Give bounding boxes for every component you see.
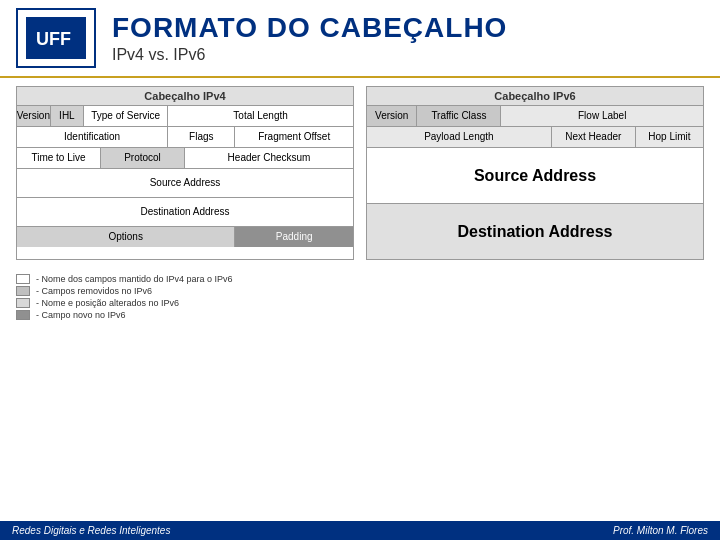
legend-item-3: - Nome e posição alterados no IPv6 xyxy=(16,298,704,308)
legend-box-2 xyxy=(16,286,30,296)
legend-text-1: - Nome dos campos mantido do IPv4 para o… xyxy=(36,274,233,284)
ipv6-version: Version xyxy=(367,106,417,126)
ipv6-row-1: Version Traffic Class Flow Label xyxy=(367,106,703,127)
legend-text-4: - Campo novo no IPv6 xyxy=(36,310,126,320)
ipv4-row-1: Version IHL Type of Service Total Length xyxy=(17,106,353,127)
legend-text-3: - Nome e posição alterados no IPv6 xyxy=(36,298,179,308)
ipv6-panel-title: Cabeçalho IPv6 xyxy=(367,87,703,106)
legend: - Nome dos campos mantido do IPv4 para o… xyxy=(16,274,704,320)
ipv4-row-5: Destination Address xyxy=(17,198,353,227)
ipv4-ihl: IHL xyxy=(51,106,85,126)
legend-box-1 xyxy=(16,274,30,284)
ipv6-traffic-class: Traffic Class xyxy=(417,106,501,126)
ipv6-panel: Cabeçalho IPv6 Version Traffic Class Flo… xyxy=(366,86,704,260)
title-area: FORMATO DO CABEÇALHO IPv4 vs. IPv6 xyxy=(112,12,704,64)
ipv6-source-address: Source Address xyxy=(367,148,703,203)
legend-text-2: - Campos removidos no IPv6 xyxy=(36,286,152,296)
ipv4-tos: Type of Service xyxy=(84,106,168,126)
ipv6-flow-label: Flow Label xyxy=(501,106,703,126)
ipv4-dest-address: Destination Address xyxy=(17,198,353,226)
main-content: Cabeçalho IPv4 Version IHL Type of Servi… xyxy=(0,78,720,268)
ipv4-checksum: Header Checksum xyxy=(185,148,353,168)
ipv6-grid: Version Traffic Class Flow Label Payload… xyxy=(367,106,703,259)
legend-item-4: - Campo novo no IPv6 xyxy=(16,310,704,320)
ipv6-hop-limit: Hop Limit xyxy=(636,127,703,147)
ipv4-row-3: Time to Live Protocol Header Checksum xyxy=(17,148,353,169)
ipv4-row-4: Source Address xyxy=(17,169,353,198)
ipv6-payload-length: Payload Length xyxy=(367,127,552,147)
ipv4-row-6: Options Padding xyxy=(17,227,353,247)
ipv4-grid: Version IHL Type of Service Total Length… xyxy=(17,106,353,247)
legend-item-2: - Campos removidos no IPv6 xyxy=(16,286,704,296)
logo-inner: UFF xyxy=(26,17,86,59)
legend-item-1: - Nome dos campos mantido do IPv4 para o… xyxy=(16,274,704,284)
header: UFF FORMATO DO CABEÇALHO IPv4 vs. IPv6 xyxy=(0,0,720,78)
logo-box: UFF xyxy=(16,8,96,68)
footer: Redes Digitais e Redes Inteligentes Prof… xyxy=(0,521,720,540)
ipv4-panel-title: Cabeçalho IPv4 xyxy=(17,87,353,106)
footer-right: Prof. Milton M. Flores xyxy=(613,525,708,536)
ipv4-options: Options xyxy=(17,227,235,247)
ipv4-total-length: Total Length xyxy=(168,106,353,126)
sub-title: IPv4 vs. IPv6 xyxy=(112,46,704,64)
ipv6-destination-address: Destination Address xyxy=(367,204,703,259)
ipv4-ttl: Time to Live xyxy=(17,148,101,168)
ipv4-identification: Identification xyxy=(17,127,168,147)
logo-icon: UFF xyxy=(32,21,80,55)
ipv4-flags: Flags xyxy=(168,127,235,147)
ipv4-version: Version xyxy=(17,106,51,126)
ipv6-row-4: Destination Address xyxy=(367,204,703,259)
ipv4-panel: Cabeçalho IPv4 Version IHL Type of Servi… xyxy=(16,86,354,260)
svg-text:UFF: UFF xyxy=(36,29,71,49)
ipv6-row-3: Source Address xyxy=(367,148,703,204)
ipv4-padding: Padding xyxy=(235,227,353,247)
main-title: FORMATO DO CABEÇALHO xyxy=(112,12,704,44)
ipv4-row-2: Identification Flags Fragment Offset xyxy=(17,127,353,148)
legend-box-4 xyxy=(16,310,30,320)
legend-box-3 xyxy=(16,298,30,308)
ipv6-row-2: Payload Length Next Header Hop Limit xyxy=(367,127,703,148)
footer-left: Redes Digitais e Redes Inteligentes xyxy=(12,525,170,536)
ipv4-source-address: Source Address xyxy=(17,169,353,197)
ipv6-next-header: Next Header xyxy=(552,127,636,147)
ipv4-fragment-offset: Fragment Offset xyxy=(235,127,353,147)
ipv4-protocol: Protocol xyxy=(101,148,185,168)
